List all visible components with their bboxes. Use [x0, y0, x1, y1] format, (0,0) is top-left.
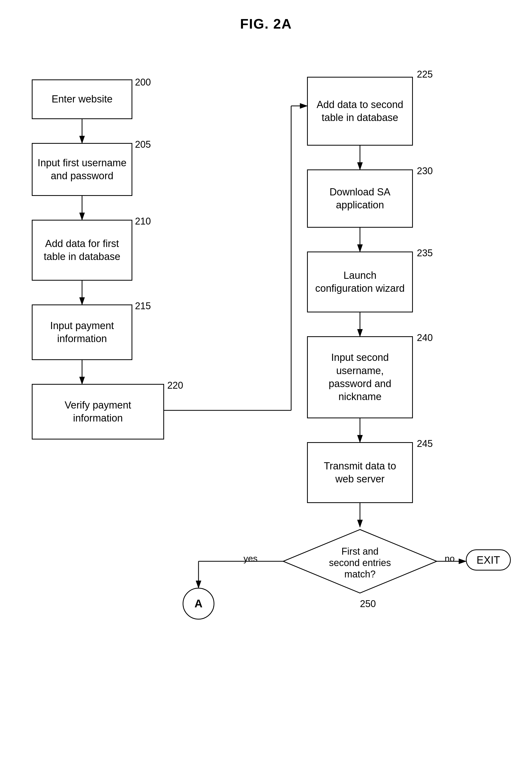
exit-box: EXIT: [466, 549, 511, 570]
enter-website-box: Enter website: [32, 80, 132, 119]
add-data-first-box: Add data for firsttable in database: [32, 220, 132, 281]
input-payment-box: Input paymentinformation: [32, 304, 132, 360]
ref-210: 210: [135, 216, 151, 227]
ref-215: 215: [135, 300, 151, 312]
svg-text:second entries: second entries: [329, 557, 391, 568]
launch-wizard-box: Launchconfiguration wizard: [307, 252, 413, 312]
ref-225: 225: [417, 69, 433, 80]
svg-text:match?: match?: [344, 569, 376, 579]
svg-text:First and: First and: [342, 546, 379, 557]
circle-a-terminal: A: [183, 588, 215, 620]
verify-payment-box: Verify paymentinformation: [32, 384, 164, 439]
no-label: no: [445, 553, 455, 564]
diamond-shape: First and second entries match?: [281, 527, 439, 596]
input-first-cred-box: Input first usernameand password: [32, 143, 132, 196]
ref-230: 230: [417, 165, 433, 177]
ref-200: 200: [135, 77, 151, 88]
download-sa-box: Download SAapplication: [307, 169, 413, 228]
input-second-cred-box: Input secondusername,password andnicknam…: [307, 336, 413, 418]
ref-205: 205: [135, 139, 151, 150]
ref-250: 250: [360, 598, 376, 609]
ref-235: 235: [417, 248, 433, 259]
ref-240: 240: [417, 332, 433, 343]
add-data-second-box: Add data to secondtable in database: [307, 77, 413, 146]
transmit-data-box: Transmit data toweb server: [307, 442, 413, 503]
page-title: FIG. 2A: [0, 0, 532, 42]
yes-label: yes: [244, 553, 257, 564]
ref-220: 220: [167, 380, 183, 391]
ref-245: 245: [417, 438, 433, 449]
